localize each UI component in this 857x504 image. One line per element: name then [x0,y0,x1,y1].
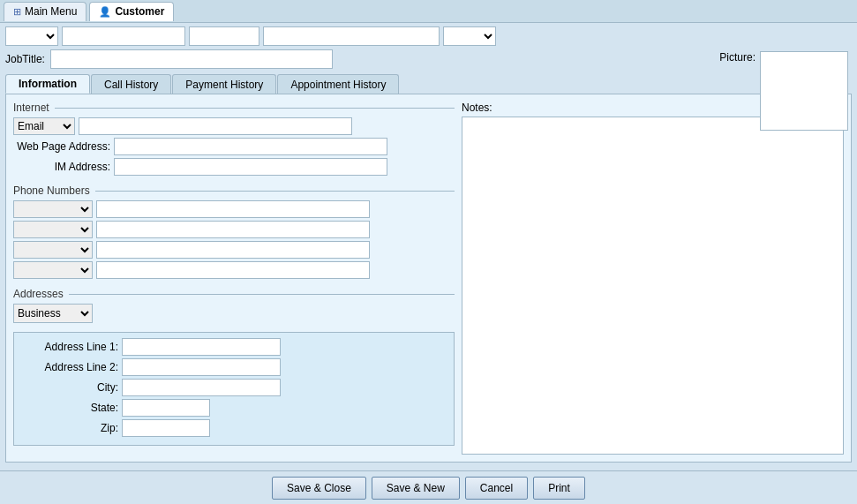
tab-panel-information: Internet Email Email 2 Web Page Address: [5,94,852,463]
web-page-input[interactable] [114,138,387,155]
phone-type-select-4[interactable]: HomeWorkMobileFax [13,261,93,279]
top-form-row: Mr. Mrs. Ms. Dr. Jr. Sr. II III [5,26,852,46]
addr-line2-row: Address Line 2: [21,358,447,376]
addr-city-label: City: [21,381,118,394]
addresses-section-title: Addresses [13,288,455,300]
phone-row-1: HomeWorkMobileFax [13,200,455,218]
address-fields: Address Line 1: Address Line 2: City: St… [13,332,455,446]
email-row: Email Email 2 [13,117,455,135]
tabs-bar: Information Call History Payment History… [5,74,852,94]
tab-call-history[interactable]: Call History [91,74,171,94]
save-new-button[interactable]: Save & New [372,477,460,500]
email-input[interactable] [79,117,352,135]
addresses-section: Addresses Business Home Other Address Li… [13,288,455,446]
bottom-bar: Save & Close Save & New Cancel Print [0,470,857,504]
last-name-input[interactable] [263,26,440,46]
addr-state-input[interactable] [122,399,210,417]
im-label: IM Address: [13,161,110,173]
email-type-select[interactable]: Email Email 2 [13,117,75,135]
phone-section: Phone Numbers HomeWorkMobileFax HomeWork… [13,184,455,279]
addr-line1-label: Address Line 1: [21,341,118,353]
middle-name-input[interactable] [189,26,259,46]
tab-main-menu[interactable]: ⊞ Main Menu [4,2,86,21]
web-page-row: Web Page Address: [13,138,455,155]
addr-city-input[interactable] [122,379,281,396]
phone-section-title: Phone Numbers [13,184,455,197]
right-panel: Notes: [462,102,844,455]
phone-input-1[interactable] [96,200,370,218]
jobtitle-input[interactable] [50,49,333,69]
addr-line1-row: Address Line 1: [21,338,447,356]
tab-appointment-history[interactable]: Appointment History [277,74,399,94]
internet-section: Internet Email Email 2 Web Page Address: [13,102,455,176]
addr-city-row: City: [21,379,447,396]
addr-line2-label: Address Line 2: [21,361,118,373]
notes-textarea[interactable] [462,117,844,455]
customer-icon: 👤 [99,6,111,18]
tab-payment-history[interactable]: Payment History [172,74,276,94]
tab-information[interactable]: Information [5,74,90,94]
phone-type-select-3[interactable]: HomeWorkMobileFax [13,241,93,259]
tab-customer[interactable]: 👤 Customer [89,2,174,21]
phone-type-select-1[interactable]: HomeWorkMobileFax [13,200,93,218]
cancel-button[interactable]: Cancel [465,477,528,500]
addr-state-label: State: [21,402,118,414]
first-name-input[interactable] [62,26,185,46]
suffix-select[interactable]: Jr. Sr. II III [443,26,496,46]
print-button[interactable]: Print [533,477,585,500]
save-close-button[interactable]: Save & Close [272,477,366,500]
main-menu-icon: ⊞ [13,6,21,18]
web-page-label: Web Page Address: [13,140,110,153]
im-input[interactable] [114,158,387,176]
addr-zip-label: Zip: [21,422,118,434]
phone-input-3[interactable] [96,241,370,259]
main-content: Picture: Mr. Mrs. Ms. Dr. Jr. Sr. II III… [0,23,857,466]
picture-label: Picture: [719,51,756,64]
title-bar: ⊞ Main Menu 👤 Customer [0,0,857,23]
addr-zip-row: Zip: [21,419,447,437]
phone-input-4[interactable] [96,261,370,279]
salutation-select[interactable]: Mr. Mrs. Ms. Dr. [5,26,58,46]
picture-box [760,51,848,131]
address-type-select[interactable]: Business Home Other [13,304,93,323]
phone-row-4: HomeWorkMobileFax [13,261,455,279]
addr-line1-input[interactable] [122,338,281,356]
addr-line2-input[interactable] [122,358,281,376]
phone-input-2[interactable] [96,221,370,238]
phone-row-2: HomeWorkMobileFax [13,221,455,238]
im-row: IM Address: [13,158,455,176]
jobtitle-label: JobTitle: [5,53,45,65]
phone-row-3: HomeWorkMobileFax [13,241,455,259]
addr-state-row: State: [21,399,447,417]
left-panel: Internet Email Email 2 Web Page Address: [13,102,455,455]
internet-section-title: Internet [13,102,455,114]
phone-type-select-2[interactable]: HomeWorkMobileFax [13,221,93,238]
addr-zip-input[interactable] [122,419,210,437]
